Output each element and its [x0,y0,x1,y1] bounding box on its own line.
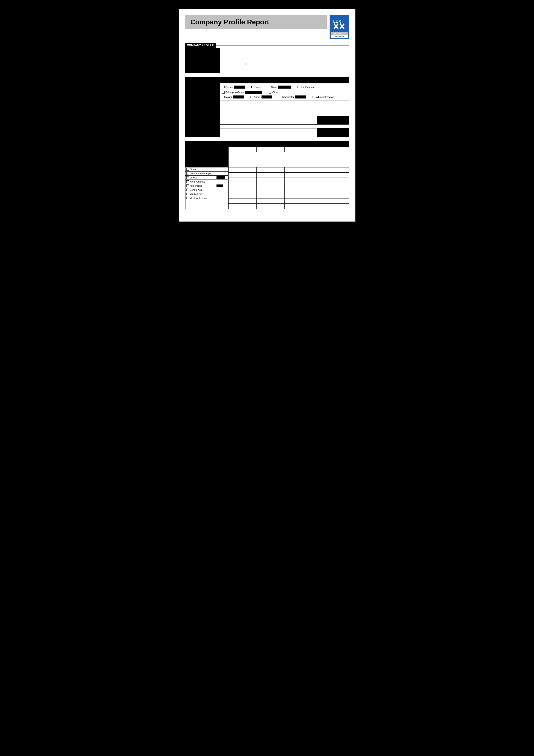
label-cell [185,65,220,67]
checkbox-wholesaler-maker: Wholesaler/Make [313,95,334,98]
header-cell [248,77,291,83]
header-cell [317,77,349,83]
checkbox-icon[interactable] [186,184,189,187]
table-row-region-header: Africa Central East Europe Europe North … [185,168,349,209]
checkbox-icon[interactable] [186,189,189,191]
value-box [234,86,245,89]
checkbox-icon[interactable] [268,86,270,88]
company-details-table: Private Public State Joint Ventur [185,77,349,137]
value-cell [220,50,349,63]
checkbox-label-maker: Maker [225,96,232,98]
value-cell [256,147,284,152]
label-cell [185,112,220,116]
checkbox-label-agent: Agent [254,96,260,98]
table-row [185,63,349,65]
value-box [295,95,306,98]
checkbox-icon[interactable] [222,91,225,94]
checkbox-icon[interactable] [186,168,189,171]
section1-title: COMPANY PROFILE [185,43,216,48]
region-label-africa: Africa [190,168,216,171]
table-row [185,108,349,112]
label-cell [185,152,228,168]
value-cell [220,128,248,137]
checkbox-label-belongs: Belongs to Group [225,91,244,94]
checkbox-icon[interactable] [251,86,254,88]
section1-header-row: COMPANY PROFILE [185,43,349,48]
region-label-western-europe: Western Europe [190,197,216,199]
checkbox-label-private: Private [225,86,233,88]
value-cell [220,112,349,116]
checkbox-icon[interactable] [186,193,189,195]
checkbox-icon[interactable] [297,86,300,88]
label-cell [185,71,220,73]
checkbox-icon[interactable] [250,96,253,98]
value-cell [220,71,349,73]
header-cell [284,141,349,147]
checkbox-icon[interactable] [186,197,189,199]
table-row [185,116,349,124]
label-cell [185,128,220,137]
region-north-america: North America [186,180,228,184]
label-cell [185,147,228,152]
header-cell [291,77,317,83]
label-cell [185,69,220,71]
value-cell [220,65,349,67]
header-cell [185,77,220,83]
checkbox-private: Private [222,86,245,89]
checkbox-label-joint-venture: Joint Venture [301,86,315,88]
checkbox-label-public: Public [255,86,261,88]
region-asia-pacific: Asia-Pacific [186,184,228,188]
region-data-col3 [284,168,349,209]
header-cell [185,141,228,147]
checkbox-label-wholesaler-maker: Wholesaler/Make [316,96,334,98]
region-africa: Africa [186,168,228,172]
checkbox-label-state: State [271,86,277,88]
checkbox-icon[interactable] [186,180,189,183]
logo-text: LUX-TOOLS [331,32,348,35]
title-box: Company Profile Report [185,15,327,29]
page-title: Company Profile Report [191,18,322,26]
svg-text:LUX: LUX [333,19,341,24]
table-row [185,69,349,71]
value-cell [220,48,349,50]
table-row [185,124,349,128]
checkbox-label-other: Other: [272,91,279,94]
value-cell [228,152,349,168]
label-cell [317,116,349,124]
label-cell [185,124,220,128]
checkbox-icon[interactable] [186,172,189,175]
value-box [245,91,262,94]
label-cell [185,116,220,124]
value-cell [220,104,349,108]
value-cell [220,124,349,128]
region-label-north-america: North America [190,180,216,183]
checkbox-icon[interactable] [222,96,225,98]
value-cell [248,116,317,124]
table-row [185,65,349,67]
region-label-europe: Europe [190,176,216,179]
checkbox-icon[interactable] [313,96,315,98]
region-data-col2 [256,168,284,209]
checkbox-cell: Private Public State Joint Ventur [220,83,349,100]
label-cell [185,63,220,65]
checkbox-icon[interactable] [186,176,189,179]
header-cell [228,141,256,147]
page: Company Profile Report LUX LUX-TOOLS Mem… [179,9,355,222]
checkbox-agent: Agent [250,95,272,98]
checkbox-icon[interactable] [222,86,225,88]
header-cell [220,77,248,83]
table-row [185,147,349,152]
region-central-asia: Central Asia [186,188,228,192]
value-box [278,86,291,89]
checkbox-public: Public [251,86,261,89]
checkbox-joint-venture: Joint Venture [297,86,315,89]
value-cell [220,116,248,124]
checkbox-icon[interactable] [279,96,281,98]
table-row [185,67,349,69]
region-middle-east: Middle East [186,192,228,196]
value-box [233,95,244,98]
region-western-europe: Western Europe [186,196,228,200]
region-data-col1 [228,168,256,209]
checkbox-icon[interactable] [269,91,271,94]
label-cell [185,48,220,50]
